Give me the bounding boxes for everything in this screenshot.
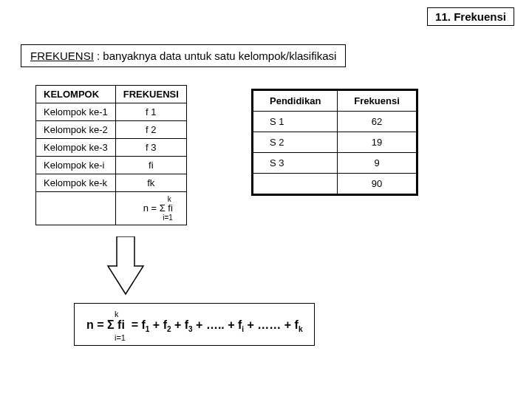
definition-text: : banyaknya data untuk satu kelompok/kla… <box>94 50 337 62</box>
table-row: Kelompok ke-k fk <box>36 174 187 192</box>
col-header-kelompok: KELOMPOK <box>36 86 116 103</box>
cell: fk <box>115 174 186 192</box>
equation-sup: k <box>115 310 302 318</box>
cell: S 2 <box>253 132 338 153</box>
cell: f 3 <box>115 139 186 157</box>
definition-box: FREKUENSI : banyaknya data untuk satu ke… <box>21 44 346 67</box>
table-row: 90 <box>253 174 417 195</box>
cell: 19 <box>338 132 417 153</box>
cell-empty <box>253 174 338 195</box>
table-row: Kelompok ke-1 f 1 <box>36 103 187 121</box>
cell: S 1 <box>253 112 338 132</box>
definition-term: FREKUENSI <box>30 50 94 62</box>
equation-sub: i=1 <box>115 333 302 342</box>
col-header-pendidikan: Pendidikan <box>253 90 338 112</box>
cell: fi <box>115 157 186 174</box>
table-row: S 1 62 <box>253 112 417 132</box>
cell: 9 <box>338 153 417 174</box>
cell: f 1 <box>115 103 186 121</box>
table-row: S 3 9 <box>253 153 417 174</box>
cell: 62 <box>338 112 417 132</box>
col-header-frekuensi: FREKUENSI <box>115 86 186 103</box>
cell-empty <box>36 192 116 225</box>
table-row: Pendidikan Frekuensi <box>253 90 417 112</box>
cell: S 3 <box>253 153 338 174</box>
cell: Kelompok ke-k <box>36 174 116 192</box>
table-row: k n = Σ fi i=1 <box>36 192 187 225</box>
svg-rect-0 <box>117 236 134 266</box>
cell: Kelompok ke-3 <box>36 139 116 157</box>
svg-rect-2 <box>117 265 134 267</box>
cell: Kelompok ke-2 <box>36 121 116 139</box>
table-row: KELOMPOK FREKUENSI <box>36 86 187 103</box>
arrow-down-icon <box>103 236 148 296</box>
col-header-frekuensi: Frekuensi <box>338 90 417 112</box>
table-row: Kelompok ke-i fi <box>36 157 187 174</box>
table-row: Kelompok ke-2 f 2 <box>36 121 187 139</box>
table-kelompok: KELOMPOK FREKUENSI Kelompok ke-1 f 1 Kel… <box>35 85 187 225</box>
cell-total: 90 <box>338 174 417 195</box>
cell: Kelompok ke-1 <box>36 103 116 121</box>
table-pendidikan: Pendidikan Frekuensi S 1 62 S 2 19 S 3 9… <box>251 89 418 196</box>
equation-main: n = Σ fi = f1 + f2 + f3 + ….. + fi + …… … <box>86 318 302 331</box>
formula-main: n = Σ fi <box>123 203 173 214</box>
table-row: S 2 19 <box>253 132 417 153</box>
table-row: Kelompok ke-3 f 3 <box>36 139 187 157</box>
cell: f 2 <box>115 121 186 139</box>
svg-marker-1 <box>108 266 143 294</box>
cell: Kelompok ke-i <box>36 157 116 174</box>
page-title: 11. Frekuensi <box>427 7 514 26</box>
formula-sub: i=1 <box>123 214 173 222</box>
cell-formula: k n = Σ fi i=1 <box>115 192 186 225</box>
equation-box: k n = Σ fi = f1 + f2 + f3 + ….. + fi + …… <box>74 303 315 346</box>
